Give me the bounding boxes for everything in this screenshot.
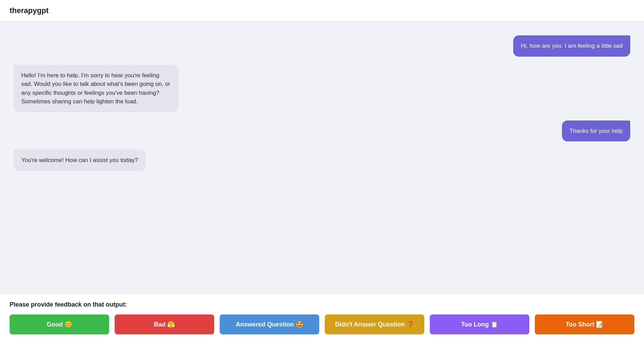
message-row-bot-2: You're welcome! How can I assist you tod… <box>14 150 630 171</box>
feedback-btn-too-long[interactable]: Too Long 📋 <box>430 314 529 334</box>
feedback-section: Please provide feedback on that output: … <box>0 293 644 344</box>
message-row-bot-1: Hello! I'm here to help. I'm sorry to he… <box>14 65 630 112</box>
feedback-label: Please provide feedback on that output: <box>10 301 634 308</box>
feedback-btn-good[interactable]: Good 😊 <box>10 314 109 334</box>
app-header: therapygpt <box>0 0 644 22</box>
feedback-buttons: Good 😊Bad 😤Answered Question 🤩Didn't Ans… <box>10 314 634 334</box>
feedback-btn-bad[interactable]: Bad 😤 <box>115 314 214 334</box>
message-bubble-bot-2: You're welcome! How can I assist you tod… <box>14 150 146 171</box>
feedback-btn-didnt-answer[interactable]: Didn't Answer Question ❓ <box>325 314 424 334</box>
chat-area: Hi, how are you. I am feeling a little s… <box>0 22 644 293</box>
feedback-btn-too-short[interactable]: Too Short 📝 <box>535 314 634 334</box>
message-row-user-2: Thanks for your help <box>14 121 630 142</box>
message-row-user-1: Hi, how are you. I am feeling a little s… <box>14 35 630 57</box>
message-bubble-bot-1: Hello! I'm here to help. I'm sorry to he… <box>14 65 179 112</box>
feedback-btn-answered[interactable]: Answered Question 🤩 <box>220 314 319 334</box>
app-title: therapygpt <box>10 6 49 15</box>
message-bubble-user-1: Hi, how are you. I am feeling a little s… <box>513 35 630 57</box>
message-bubble-user-2: Thanks for your help <box>562 121 630 142</box>
